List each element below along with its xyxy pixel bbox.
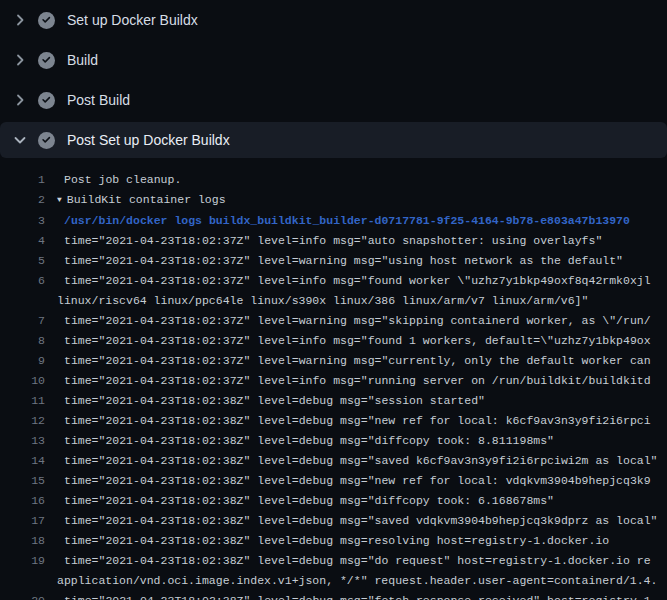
chevron-down-icon xyxy=(12,132,28,148)
line-number[interactable]: 8 xyxy=(0,331,45,351)
line-number[interactable]: 19 xyxy=(0,551,45,571)
log-line-wrapped-text: linux/riscv64 linux/ppc64le linux/s390x … xyxy=(45,291,588,311)
line-number[interactable]: 4 xyxy=(0,231,45,251)
chevron-right-icon xyxy=(12,12,28,28)
step-list: Set up Docker BuildxBuildPost BuildPost … xyxy=(0,0,667,158)
log-line-text: time="2021-04-23T18:02:38Z" level=debug … xyxy=(45,451,658,471)
log-row: 1Post job cleanup. xyxy=(0,170,667,190)
step-header-build[interactable]: Build xyxy=(0,40,667,80)
log-line-text: time="2021-04-23T18:02:38Z" level=debug … xyxy=(45,551,651,571)
line-number[interactable]: 6 xyxy=(0,271,45,291)
line-number[interactable]: 5 xyxy=(0,251,45,271)
line-number[interactable]: 9 xyxy=(0,351,45,371)
line-number xyxy=(0,291,45,311)
line-number[interactable]: 14 xyxy=(0,451,45,471)
line-number[interactable]: 2 xyxy=(0,190,45,211)
log-line-text: time="2021-04-23T18:02:37Z" level=warnin… xyxy=(45,351,651,371)
line-number[interactable]: 13 xyxy=(0,431,45,451)
line-number[interactable]: 17 xyxy=(0,511,45,531)
log-line-text: time="2021-04-23T18:02:37Z" level=info m… xyxy=(45,331,651,351)
line-number[interactable]: 16 xyxy=(0,491,45,511)
triangle-down-icon: ▼ xyxy=(57,190,62,210)
chevron-right-icon xyxy=(12,92,28,108)
line-number[interactable]: 3 xyxy=(0,211,45,231)
log-row: linux/riscv64 linux/ppc64le linux/s390x … xyxy=(0,291,667,311)
actions-log-viewer: Set up Docker BuildxBuildPost BuildPost … xyxy=(0,0,667,600)
line-number[interactable]: 12 xyxy=(0,411,45,431)
log-line-text: Post job cleanup. xyxy=(45,170,181,190)
log-row: 19time="2021-04-23T18:02:38Z" level=debu… xyxy=(0,551,667,571)
log-row: 20time="2021-04-23T18:02:38Z" level=debu… xyxy=(0,591,667,600)
log-row: 15time="2021-04-23T18:02:38Z" level=debu… xyxy=(0,471,667,491)
check-circle-icon xyxy=(38,12,55,29)
log-row: 9time="2021-04-23T18:02:37Z" level=warni… xyxy=(0,351,667,371)
check-circle-icon xyxy=(38,92,55,109)
line-number[interactable]: 15 xyxy=(0,471,45,491)
log-group-toggle[interactable]: ▼BuildKit container logs xyxy=(45,190,226,211)
log-row: 16time="2021-04-23T18:02:38Z" level=debu… xyxy=(0,491,667,511)
log-row: 4time="2021-04-23T18:02:37Z" level=info … xyxy=(0,231,667,251)
step-header-set-up-docker-buildx[interactable]: Set up Docker Buildx xyxy=(0,0,667,40)
line-number[interactable]: 18 xyxy=(0,531,45,551)
log-row: 11time="2021-04-23T18:02:38Z" level=debu… xyxy=(0,391,667,411)
step-label: Post Build xyxy=(67,92,130,108)
log-line-text: time="2021-04-23T18:02:37Z" level=info m… xyxy=(45,371,651,391)
log-line-text: time="2021-04-23T18:02:37Z" level=info m… xyxy=(45,271,651,291)
log-line-wrapped-text: application/vnd.oci.image.index.v1+json,… xyxy=(45,571,657,591)
log-line-text: time="2021-04-23T18:02:38Z" level=debug … xyxy=(45,591,651,600)
log-line-text: time="2021-04-23T18:02:38Z" level=debug … xyxy=(45,431,554,451)
log-line-text: time="2021-04-23T18:02:38Z" level=debug … xyxy=(45,491,554,511)
line-number xyxy=(0,571,45,591)
log-line-text: time="2021-04-23T18:02:38Z" level=debug … xyxy=(45,511,658,531)
log-line-text: time="2021-04-23T18:02:38Z" level=debug … xyxy=(45,411,651,431)
step-header-post-build[interactable]: Post Build xyxy=(0,80,667,120)
log-row: 14time="2021-04-23T18:02:38Z" level=debu… xyxy=(0,451,667,471)
log-line-text: time="2021-04-23T18:02:37Z" level=info m… xyxy=(45,231,602,251)
log-line-text: time="2021-04-23T18:02:38Z" level=debug … xyxy=(45,391,485,411)
line-number[interactable]: 10 xyxy=(0,371,45,391)
log-row: 2▼BuildKit container logs xyxy=(0,190,667,211)
line-number[interactable]: 7 xyxy=(0,311,45,331)
log-row: 8time="2021-04-23T18:02:37Z" level=info … xyxy=(0,331,667,351)
step-label: Set up Docker Buildx xyxy=(67,12,198,28)
log-row: 10time="2021-04-23T18:02:37Z" level=info… xyxy=(0,371,667,391)
log-row: 6time="2021-04-23T18:02:37Z" level=info … xyxy=(0,271,667,291)
check-circle-icon xyxy=(38,132,55,149)
log-row: 17time="2021-04-23T18:02:38Z" level=debu… xyxy=(0,511,667,531)
line-number[interactable]: 11 xyxy=(0,391,45,411)
log-command-text: /usr/bin/docker logs buildx_buildkit_bui… xyxy=(45,211,630,231)
step-header-post-set-up-docker-buildx[interactable]: Post Set up Docker Buildx xyxy=(0,122,667,158)
log-row: 12time="2021-04-23T18:02:38Z" level=debu… xyxy=(0,411,667,431)
log-row: 13time="2021-04-23T18:02:38Z" level=debu… xyxy=(0,431,667,451)
log-row: 3/usr/bin/docker logs buildx_buildkit_bu… xyxy=(0,211,667,231)
log-line-text: time="2021-04-23T18:02:38Z" level=debug … xyxy=(45,471,651,491)
log-line-text: time="2021-04-23T18:02:38Z" level=debug … xyxy=(45,531,609,551)
step-label: Post Set up Docker Buildx xyxy=(67,132,230,148)
chevron-right-icon xyxy=(12,52,28,68)
log-row: 18time="2021-04-23T18:02:38Z" level=debu… xyxy=(0,531,667,551)
line-number[interactable]: 1 xyxy=(0,170,45,190)
log-line-text: time="2021-04-23T18:02:37Z" level=warnin… xyxy=(45,251,623,271)
line-number[interactable]: 20 xyxy=(0,591,45,600)
check-circle-icon xyxy=(38,52,55,69)
log-row: 5time="2021-04-23T18:02:37Z" level=warni… xyxy=(0,251,667,271)
log-line-text: time="2021-04-23T18:02:37Z" level=warnin… xyxy=(45,311,651,331)
log-pane: 1Post job cleanup.2▼BuildKit container l… xyxy=(0,160,667,600)
step-label: Build xyxy=(67,52,98,68)
log-row: 7time="2021-04-23T18:02:37Z" level=warni… xyxy=(0,311,667,331)
log-row: application/vnd.oci.image.index.v1+json,… xyxy=(0,571,667,591)
